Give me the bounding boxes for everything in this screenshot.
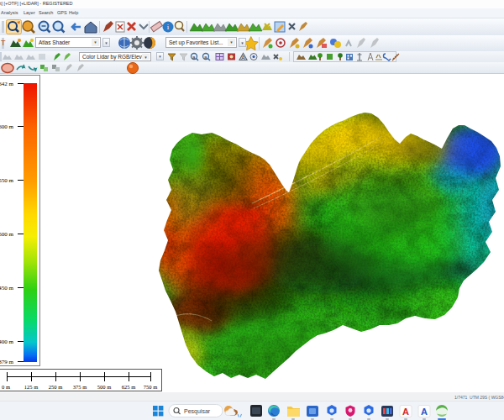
svg-text:375 m: 375 m [73,384,87,390]
svg-text:A: A [421,407,428,417]
svg-text:625 m: 625 m [122,384,135,390]
svg-text:0 m: 0 m [2,384,10,390]
svg-text:400 m: 400 m [0,339,14,345]
svg-text:A: A [241,55,245,60]
svg-text:A: A [402,407,409,417]
svg-text:750 m: 750 m [144,384,157,390]
svg-text:550 m: 550 m [0,177,14,184]
svg-text:250 m: 250 m [49,384,62,390]
svg-text:642 m: 642 m [0,81,14,87]
svg-text:450 m: 450 m [0,285,14,291]
svg-text:Pesquisar: Pesquisar [184,408,211,415]
svg-text:125 m: 125 m [24,384,38,390]
svg-text:600 m: 600 m [0,123,14,130]
svg-text:T: T [1,39,6,47]
svg-text:500 m: 500 m [0,231,14,238]
svg-text:500 m: 500 m [97,384,111,390]
svg-text:379 m: 379 m [0,359,14,365]
